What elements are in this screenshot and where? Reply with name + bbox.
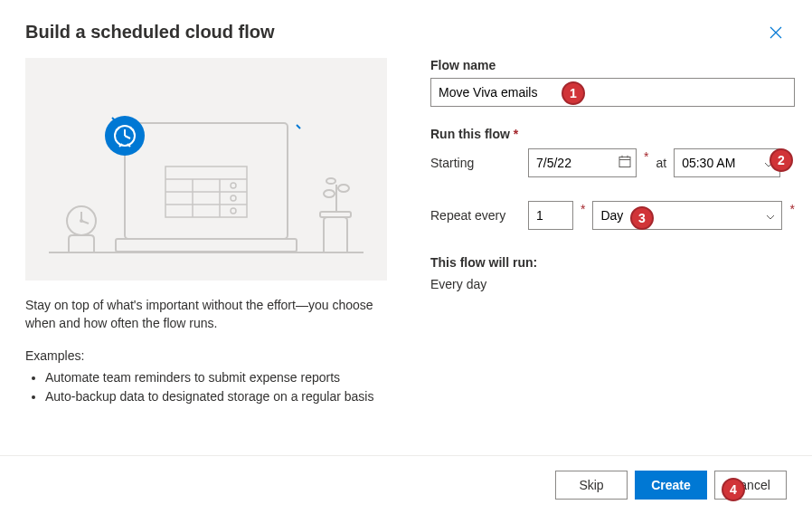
svg-point-28 [326, 178, 335, 184]
skip-button[interactable]: Skip [555, 471, 628, 500]
svg-point-27 [338, 185, 349, 192]
annotation-1: 1 [562, 81, 585, 105]
repeat-unit-select[interactable]: Day [592, 201, 782, 230]
required-asterisk: * [581, 203, 585, 215]
run-summary-title: This flow will run: [430, 255, 795, 270]
required-asterisk: * [644, 150, 648, 163]
starting-date-input[interactable] [528, 148, 637, 177]
svg-line-13 [297, 125, 300, 128]
at-label: at [656, 156, 666, 170]
flow-description: Stay on top of what's important without … [25, 297, 387, 332]
examples-title: Examples: [25, 348, 387, 363]
flow-name-label: Flow name [430, 58, 795, 72]
annotation-4: 4 [722, 478, 745, 501]
required-asterisk: * [789, 203, 794, 215]
svg-rect-24 [320, 212, 351, 217]
list-item: Auto-backup data to designated storage o… [45, 387, 387, 406]
repeat-interval-input[interactable] [528, 201, 573, 230]
starting-time-select[interactable]: 05:30 AM [674, 148, 780, 177]
annotation-2: 2 [770, 148, 793, 172]
list-item: Automate team reminders to submit expens… [45, 368, 387, 387]
svg-point-11 [231, 208, 236, 214]
close-icon[interactable] [765, 22, 787, 43]
svg-rect-2 [116, 239, 297, 252]
annotation-3: 3 [630, 206, 654, 230]
repeat-every-label: Repeat every [430, 208, 521, 223]
flow-name-input[interactable] [430, 78, 795, 107]
svg-rect-1 [125, 123, 288, 239]
svg-point-9 [231, 183, 236, 188]
svg-point-10 [231, 195, 236, 201]
examples-list: Automate team reminders to submit expens… [25, 368, 387, 406]
create-button[interactable]: Create [635, 471, 707, 500]
run-summary-text: Every day [430, 277, 795, 291]
svg-line-23 [81, 221, 89, 224]
starting-label: Starting [430, 156, 521, 170]
illustration [25, 58, 387, 281]
run-this-flow-label: Run this flow [430, 127, 795, 141]
dialog-title: Build a scheduled cloud flow [25, 22, 275, 43]
svg-point-26 [324, 190, 335, 197]
